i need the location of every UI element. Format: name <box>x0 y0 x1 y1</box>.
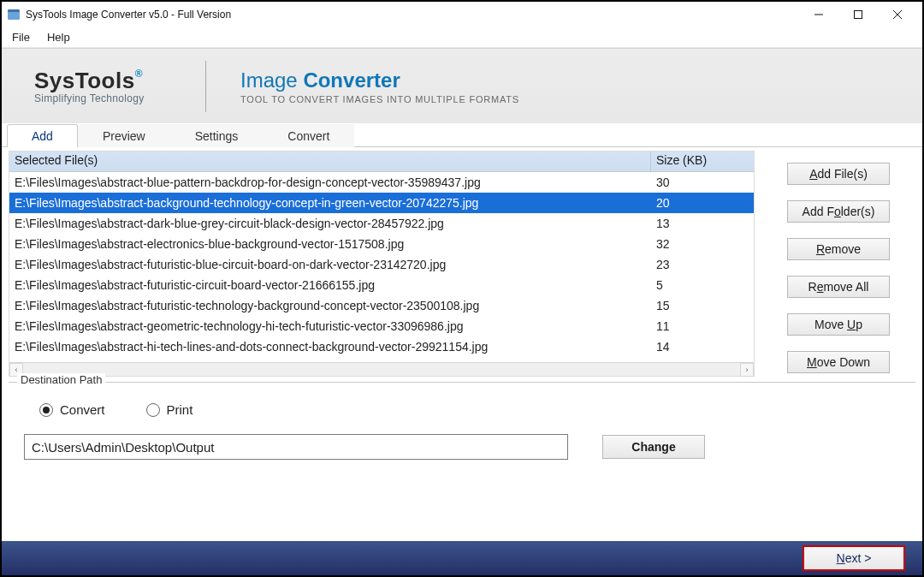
window-title: SysTools Image Converter v5.0 - Full Ver… <box>26 9 799 21</box>
cell-file: E:\Files\Images\abstract-blue-pattern-ba… <box>9 175 651 189</box>
radio-convert-label: Convert <box>60 402 105 417</box>
minimize-button[interactable] <box>799 2 838 27</box>
action-panel: Add File(s) Add Folder(s) Remove Remove … <box>761 151 915 377</box>
radio-print[interactable]: Print <box>146 402 193 417</box>
table-row[interactable]: E:\Files\Images\abstract-futuristic-circ… <box>9 275 754 295</box>
table-header: Selected File(s) Size (KB) <box>9 152 754 172</box>
registered-mark-icon: ® <box>135 68 143 80</box>
cell-size: 14 <box>651 340 754 354</box>
brand-logo-text: SysTools <box>34 68 135 93</box>
cell-size: 5 <box>651 278 754 292</box>
radio-dot-icon <box>39 403 53 417</box>
col-header-size[interactable]: Size (KB) <box>651 152 754 171</box>
radio-circle-icon <box>146 403 160 417</box>
table-row[interactable]: E:\Files\Images\abstract-dark-blue-grey-… <box>9 213 754 234</box>
horizontal-scrollbar[interactable]: ‹ › <box>9 362 754 376</box>
move-up-button[interactable]: Move Up <box>787 313 890 336</box>
tab-preview[interactable]: Preview <box>78 124 170 147</box>
radio-convert[interactable]: Convert <box>39 402 105 417</box>
destination-path-input[interactable] <box>24 434 568 460</box>
destination-group: Destination Path Convert Print Change <box>9 382 915 482</box>
close-button[interactable] <box>878 2 917 27</box>
tab-add[interactable]: Add <box>7 124 78 147</box>
product-title-bold: Converter <box>303 68 400 92</box>
cell-size: 15 <box>651 299 754 312</box>
cell-file: E:\Files\Images\abstract-futuristic-circ… <box>9 278 651 292</box>
titlebar: SysTools Image Converter v5.0 - Full Ver… <box>2 2 922 27</box>
col-header-file[interactable]: Selected File(s) <box>9 152 651 171</box>
cell-size: 23 <box>651 258 754 271</box>
scroll-right-icon[interactable]: › <box>740 363 754 377</box>
table-row[interactable]: E:\Files\Images\abstract-poligonal-dark-… <box>9 357 754 362</box>
cell-file: E:\Files\Images\abstract-background-tech… <box>9 196 651 210</box>
table-row[interactable]: E:\Files\Images\abstract-electronics-blu… <box>9 234 754 254</box>
table-row[interactable]: E:\Files\Images\abstract-blue-pattern-ba… <box>9 172 754 193</box>
table-row[interactable]: E:\Files\Images\abstract-hi-tech-lines-a… <box>9 336 754 357</box>
tab-settings[interactable]: Settings <box>170 124 264 147</box>
cell-file: E:\Files\Images\abstract-futuristic-tech… <box>9 299 651 312</box>
bottom-bar: Next > <box>2 541 922 575</box>
cell-size: 20 <box>651 196 754 210</box>
cell-size: 11 <box>651 319 754 333</box>
table-row[interactable]: E:\Files\Images\abstract-futuristic-tech… <box>9 295 754 316</box>
cell-file: E:\Files\Images\abstract-electronics-blu… <box>9 237 651 251</box>
table-body[interactable]: E:\Files\Images\abstract-blue-pattern-ba… <box>9 172 754 362</box>
app-icon <box>7 8 21 21</box>
cell-size: 5 <box>651 360 754 362</box>
product-title: Image Converter <box>240 68 519 92</box>
cell-size: 32 <box>651 237 754 251</box>
cell-file: E:\Files\Images\abstract-poligonal-dark-… <box>9 360 651 362</box>
work-area: Selected File(s) Size (KB) E:\Files\Imag… <box>2 147 922 380</box>
radio-print-label: Print <box>167 402 193 417</box>
cell-file: E:\Files\Images\abstract-dark-blue-grey-… <box>9 217 651 230</box>
svg-rect-3 <box>855 11 862 19</box>
menubar: File Help <box>2 27 922 48</box>
remove-all-button[interactable]: Remove All <box>787 276 890 298</box>
add-folders-button[interactable]: Add Folder(s) <box>787 200 890 223</box>
menu-file[interactable]: File <box>5 29 40 45</box>
brand-title-block: Image Converter TOOL TO CONVERT IMAGES I… <box>206 68 519 104</box>
tab-convert[interactable]: Convert <box>263 124 354 147</box>
output-mode-radios: Convert Print <box>24 396 900 434</box>
brand-logo: SysTools® <box>34 68 193 94</box>
svg-rect-1 <box>8 9 20 12</box>
table-row[interactable]: E:\Files\Images\abstract-futuristic-blue… <box>9 254 754 275</box>
cell-file: E:\Files\Images\abstract-geometric-techn… <box>9 319 651 333</box>
tabstrip: Add Preview Settings Convert <box>2 123 922 147</box>
product-subtitle: TOOL TO CONVERT IMAGES INTO MULTIPLE FOR… <box>240 94 519 104</box>
table-row[interactable]: E:\Files\Images\abstract-background-tech… <box>9 193 754 213</box>
cell-size: 13 <box>651 217 754 230</box>
brand-logo-block: SysTools® Simplifying Technology <box>2 64 205 108</box>
cell-file: E:\Files\Images\abstract-hi-tech-lines-a… <box>9 340 651 354</box>
change-button[interactable]: Change <box>602 435 705 459</box>
path-row: Change <box>24 434 900 460</box>
brand-bar: SysTools® Simplifying Technology Image C… <box>2 48 922 123</box>
next-button[interactable]: Next > <box>803 545 905 571</box>
destination-legend: Destination Path <box>17 373 105 386</box>
table-row[interactable]: E:\Files\Images\abstract-geometric-techn… <box>9 316 754 336</box>
product-title-light: Image <box>240 68 303 92</box>
cell-file: E:\Files\Images\abstract-futuristic-blue… <box>9 258 651 271</box>
brand-tagline: Simplifying Technology <box>34 92 193 104</box>
window-controls <box>799 2 917 27</box>
maximize-button[interactable] <box>838 2 878 27</box>
menu-help[interactable]: Help <box>40 29 80 45</box>
file-table: Selected File(s) Size (KB) E:\Files\Imag… <box>9 151 755 377</box>
remove-button[interactable]: Remove <box>787 238 890 260</box>
add-files-button[interactable]: Add File(s) <box>787 163 890 185</box>
cell-size: 30 <box>651 175 754 189</box>
move-down-button[interactable]: Move Down <box>787 351 890 373</box>
